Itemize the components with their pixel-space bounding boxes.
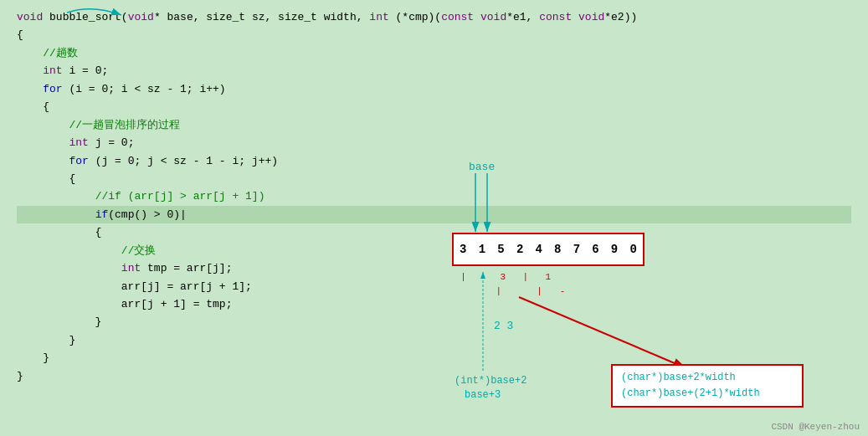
code-line-7: //一趟冒泡排序的过程	[17, 116, 851, 134]
code-line-3: //趟数	[17, 44, 851, 62]
watermark: CSDN @Keyen-zhou	[771, 422, 860, 432]
code-line-19: }	[17, 331, 851, 349]
array-cell-4: 4	[530, 243, 548, 256]
code-line-17: arr[j + 1] = tmp;	[17, 295, 851, 313]
code-line-14: //交换	[17, 242, 851, 259]
code-line-8: int j = 0;	[17, 134, 851, 151]
int-base2-label: (int*)base+2	[455, 375, 526, 387]
array-cell-1: 1	[473, 243, 491, 256]
code-line-5: for (i = 0; i < sz - 1; i++)	[17, 80, 851, 98]
array-cell-8: 9	[605, 243, 624, 256]
code-line-1: void bubble_sort(void* base, size_t sz, …	[17, 8, 851, 26]
array-cell-3: 2	[511, 243, 529, 256]
array-cell-6: 7	[568, 243, 586, 256]
code-line-16: arr[j] = arr[j + 1];	[17, 278, 851, 295]
code-line-15: int tmp = arr[j];	[17, 259, 851, 277]
array-cell-2: 5	[491, 243, 510, 256]
array-cell-9: 0	[624, 243, 643, 256]
formula-box: (char*)base+2*width (char*)base+(2+1)*wi…	[611, 364, 804, 408]
code-line-12: if(cmp() > 0)|	[17, 206, 851, 223]
code-line-13: {	[17, 223, 851, 241]
base-label: base	[469, 161, 495, 173]
array-cell-0: 3	[454, 243, 472, 256]
array-cell-7: 6	[586, 243, 604, 256]
base3-label: base+3	[465, 389, 501, 401]
formula-line-1: (char*)base+2*width	[621, 370, 794, 386]
code-line-4: int i = 0;	[17, 62, 851, 80]
code-line-9: for (j = 0; j < sz - 1 - i; j++)	[17, 152, 851, 170]
code-line-6: {	[17, 98, 851, 115]
code-line-10: {	[17, 170, 851, 187]
code-line-11: //if (arr[j] > arr[j + 1])	[17, 187, 851, 205]
code-line-18: }	[17, 313, 851, 331]
array-cell-5: 8	[548, 243, 567, 256]
array-box: 3 1 5 2 4 8 7 6 9 0	[452, 233, 645, 266]
index-row-2: | | -	[452, 286, 645, 296]
label-23: 2 3	[494, 320, 513, 332]
formula-line-2: (char*)base+(2+1)*width	[621, 386, 794, 402]
code-line-2: {	[17, 26, 851, 44]
index-row-1: | 3 | 1	[452, 272, 645, 282]
